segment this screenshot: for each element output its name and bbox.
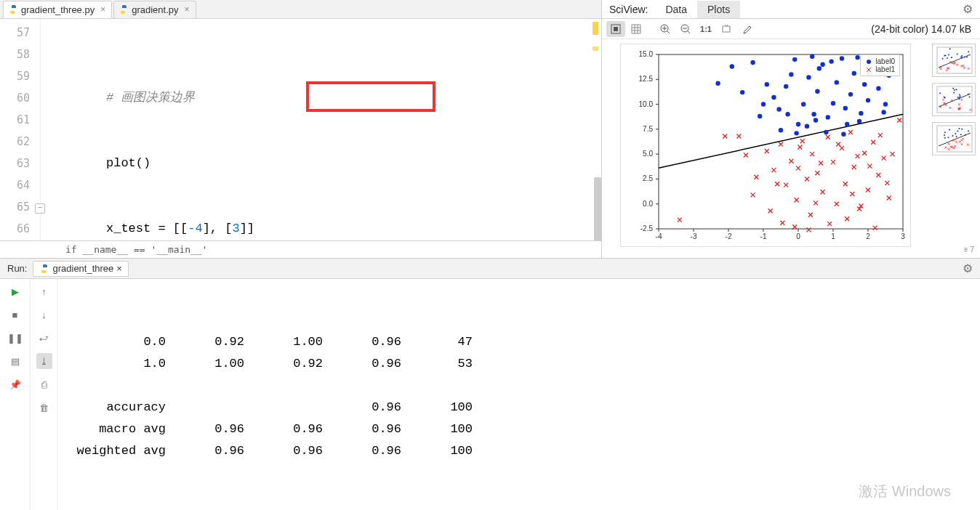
svg-point-109 bbox=[969, 96, 971, 97]
warning-stripe[interactable] bbox=[593, 46, 598, 51]
run-header: Run: gradient_three × ⚙ bbox=[0, 259, 980, 279]
svg-text:3: 3 bbox=[901, 232, 905, 240]
wrap-icon[interactable]: ⮐ bbox=[36, 330, 52, 346]
svg-point-123 bbox=[944, 131, 946, 133]
svg-point-81 bbox=[855, 55, 859, 60]
svg-point-122 bbox=[955, 133, 956, 134]
svg-text:5.0: 5.0 bbox=[643, 150, 653, 158]
code-text: ]] bbox=[240, 222, 254, 235]
fit-icon[interactable] bbox=[606, 21, 625, 37]
svg-point-43 bbox=[758, 114, 762, 118]
close-icon[interactable]: × bbox=[185, 4, 190, 15]
plot-area[interactable]: -2.50.02.55.07.510.012.515.0-4-3-2-10123… bbox=[602, 39, 929, 258]
zoom-out-icon[interactable] bbox=[676, 21, 695, 37]
fold-icon[interactable]: − bbox=[35, 203, 45, 214]
sciview-toolbar: 1:1 (24-bit color) 14.07 kB bbox=[602, 19, 980, 39]
svg-point-124 bbox=[968, 130, 969, 131]
svg-point-39 bbox=[715, 81, 720, 86]
line-number: 66 bbox=[0, 218, 30, 240]
print-icon[interactable]: ⎙ bbox=[36, 376, 52, 392]
plot-thumbnail[interactable] bbox=[932, 83, 976, 116]
gear-icon[interactable]: ⚙ bbox=[955, 262, 980, 275]
plot-canvas: -2.50.02.55.07.510.012.515.0-4-3-2-10123… bbox=[620, 44, 911, 247]
svg-point-47 bbox=[784, 84, 788, 89]
svg-point-91 bbox=[951, 57, 952, 58]
svg-point-40 bbox=[730, 64, 734, 68]
svg-point-42 bbox=[750, 60, 755, 65]
editor-tabs: gradient_three.py × gradient.py × bbox=[0, 0, 601, 19]
sciview-pane: SciView: Data Plots ⚙ 1:1 (24-bit color)… bbox=[602, 0, 980, 258]
console-row: 1.01.000.920.9653 bbox=[73, 353, 980, 375]
svg-point-128 bbox=[960, 134, 962, 135]
tab-gradient-three[interactable]: gradient_three.py × bbox=[3, 1, 112, 18]
svg-point-133 bbox=[947, 137, 949, 138]
sciview-tab-data[interactable]: Data bbox=[655, 1, 697, 18]
close-icon[interactable]: × bbox=[100, 4, 105, 15]
warning-stripe[interactable] bbox=[593, 22, 598, 35]
scroll-to-end-icon[interactable]: ⤓ bbox=[36, 353, 52, 369]
svg-point-76 bbox=[805, 124, 809, 129]
svg-point-131 bbox=[965, 134, 966, 136]
svg-point-98 bbox=[949, 48, 951, 49]
svg-text:-2.5: -2.5 bbox=[640, 224, 654, 232]
svg-point-105 bbox=[958, 98, 960, 100]
svg-rect-119 bbox=[937, 126, 972, 152]
zoom-in-icon[interactable] bbox=[656, 21, 675, 37]
svg-point-108 bbox=[952, 88, 954, 89]
close-icon[interactable]: × bbox=[116, 263, 122, 274]
up-icon[interactable]: ↑ bbox=[36, 283, 52, 299]
tab-gradient[interactable]: gradient.py × bbox=[113, 1, 196, 18]
console-row: accuracy0.96100 bbox=[73, 397, 980, 418]
pause-icon[interactable]: ❚❚ bbox=[7, 330, 23, 346]
line-number: 64 bbox=[0, 174, 30, 196]
plot-thumbnail[interactable] bbox=[932, 122, 976, 155]
breadcrumb[interactable]: if __name__ == '__main__' bbox=[0, 240, 601, 258]
svg-point-64 bbox=[866, 98, 870, 102]
one-to-one-icon[interactable]: 1:1 bbox=[696, 21, 715, 37]
line-number: 60 bbox=[0, 87, 30, 109]
python-file-icon bbox=[39, 264, 49, 274]
svg-text:-4: -4 bbox=[656, 232, 662, 240]
svg-line-104 bbox=[939, 94, 971, 107]
svg-text:2: 2 bbox=[866, 232, 870, 240]
svg-line-38 bbox=[659, 114, 903, 168]
down-icon[interactable]: ↓ bbox=[36, 307, 52, 323]
svg-point-77 bbox=[824, 130, 828, 134]
sciview-tab-plots[interactable]: Plots bbox=[697, 1, 740, 18]
svg-point-52 bbox=[811, 112, 816, 116]
run-tab[interactable]: gradient_three × bbox=[33, 261, 128, 277]
run-label: Run: bbox=[7, 263, 27, 274]
svg-point-134 bbox=[956, 136, 957, 137]
svg-point-71 bbox=[845, 122, 849, 126]
plot-legend: label0 label1 bbox=[860, 54, 900, 76]
python-file-icon bbox=[119, 4, 129, 15]
console-output[interactable]: 0.00.921.000.96471.01.000.920.9653accura… bbox=[58, 279, 980, 510]
svg-text:-2: -2 bbox=[726, 232, 732, 240]
thumbnail-count: ≡ 7 bbox=[932, 246, 977, 254]
code-text: -4 bbox=[188, 222, 202, 235]
grid-icon[interactable] bbox=[627, 21, 646, 37]
color-picker-icon[interactable] bbox=[737, 21, 756, 37]
python-file-icon bbox=[8, 4, 18, 15]
layout-icon[interactable]: ▤ bbox=[7, 353, 23, 369]
svg-point-75 bbox=[794, 131, 798, 135]
trash-icon[interactable]: 🗑 bbox=[36, 400, 52, 416]
editor-body[interactable]: 57 58 59 60 61 62 63 64 65 66 −# 画 bbox=[0, 19, 601, 240]
svg-point-130 bbox=[961, 129, 963, 130]
code-area[interactable]: −# 画图决策边界 plot() x_test = [[-4], [3]] y_… bbox=[41, 19, 601, 240]
run-toolbar-secondary: ↑ ↓ ⮐ ⤓ ⎙ 🗑 bbox=[31, 279, 58, 510]
stop-icon[interactable]: ■ bbox=[7, 307, 23, 323]
pin-icon[interactable]: 📌 bbox=[7, 376, 23, 392]
svg-point-73 bbox=[883, 102, 888, 106]
svg-point-67 bbox=[881, 110, 885, 114]
gear-icon[interactable]: ⚙ bbox=[955, 2, 980, 16]
tab-label: gradient_three.py bbox=[21, 4, 95, 15]
svg-point-62 bbox=[857, 119, 861, 124]
console-row: macro avg0.960.960.96100 bbox=[73, 418, 980, 440]
scrollbar-thumb[interactable] bbox=[594, 177, 601, 240]
svg-point-100 bbox=[942, 58, 944, 60]
export-icon[interactable] bbox=[717, 21, 736, 37]
run-icon[interactable]: ▶ bbox=[7, 283, 23, 299]
svg-point-79 bbox=[810, 54, 814, 59]
plot-thumbnail[interactable] bbox=[932, 44, 976, 77]
